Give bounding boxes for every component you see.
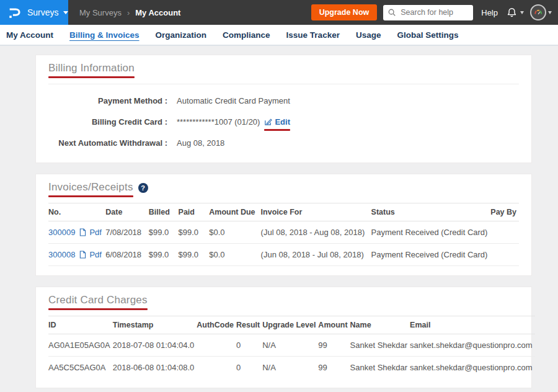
invoice-for: (Jul 08, 2018 - Aug 08, 2018) <box>261 221 371 244</box>
billing-credit-card-row: Billing Credit Card : ************1007 (… <box>48 111 519 132</box>
search-icon <box>388 8 396 17</box>
invoice-pdf-link[interactable]: Pdf <box>89 228 102 237</box>
col-authcode: AuthCode <box>197 316 236 334</box>
invoice-pay-by <box>490 244 519 266</box>
help-icon[interactable]: ? <box>138 183 148 193</box>
invoice-number-link[interactable]: 300009 <box>48 228 75 237</box>
notifications-button[interactable] <box>505 6 524 19</box>
tab-issue-tracker[interactable]: Issue Tracker <box>286 30 340 40</box>
charge-row: AA5C5C5AG0A 2018-06-08 01:04:08.0 0 N/A … <box>48 357 535 379</box>
table-header-row: No. Date Billed Paid Amount Due Invoice … <box>48 203 519 221</box>
col-email: Email <box>410 316 534 334</box>
invoice-pdf-link[interactable]: Pdf <box>89 250 102 259</box>
col-invoice-for: Invoice For <box>261 203 371 221</box>
gauge-icon <box>532 6 544 19</box>
bell-icon <box>505 6 518 19</box>
tab-compliance[interactable]: Compliance <box>223 30 270 40</box>
search-input[interactable] <box>399 7 469 17</box>
charge-authcode <box>197 357 236 379</box>
col-name: Name <box>350 316 410 334</box>
questionpro-logo-icon <box>7 5 22 20</box>
invoice-pay-by <box>490 221 519 244</box>
col-amount-due: Amount Due <box>209 203 260 221</box>
charge-row: AG0A1E05AG0A 2018-07-08 01:04:04.0 0 N/A… <box>48 334 535 357</box>
col-billed: Billed <box>149 203 179 221</box>
invoice-amount-due: $0.0 <box>209 221 260 244</box>
col-pay-by: Pay By <box>490 203 519 221</box>
invoice-status: Payment Received (Credit Card) <box>371 221 491 244</box>
invoice-paid: $99.0 <box>179 244 210 266</box>
charge-timestamp: 2018-07-08 01:04:04.0 <box>113 334 197 357</box>
help-search-box[interactable] <box>383 5 473 20</box>
field-label: Billing Credit Card : <box>48 117 167 127</box>
col-status: Status <box>371 203 491 221</box>
charge-authcode <box>197 334 236 357</box>
avatar <box>530 4 546 20</box>
col-id: ID <box>48 316 113 334</box>
invoice-billed: $99.0 <box>149 221 179 244</box>
annotation-underline <box>48 195 133 197</box>
field-label: Payment Method : <box>48 96 167 105</box>
product-switcher[interactable]: Surveys <box>0 0 68 25</box>
breadcrumb-current: My Account <box>135 8 180 17</box>
field-label: Next Automatic Withdrawal : <box>48 138 167 148</box>
tab-usage[interactable]: Usage <box>356 30 381 40</box>
charge-result: 0 <box>236 334 262 357</box>
account-menu-button[interactable] <box>530 4 552 20</box>
annotation-underline <box>48 76 135 78</box>
edit-icon <box>264 118 272 126</box>
charge-email: sanket.shekdar@questionpro.com <box>410 357 534 379</box>
charge-upgrade-level: N/A <box>262 334 318 357</box>
invoices-table: No. Date Billed Paid Amount Due Invoice … <box>48 203 519 266</box>
invoice-paid: $99.0 <box>179 221 210 244</box>
invoice-for: (Jun 08, 2018 - Jul 08, 2018) <box>261 244 371 266</box>
credit-card-charges-card: Credit Card Charges ID Timestamp AuthCod… <box>35 287 532 388</box>
charge-amount: 99 <box>318 334 350 357</box>
billing-information-card: Billing Information Payment Method : Aut… <box>35 55 532 163</box>
charge-name: Sanket Shekdar <box>350 334 410 357</box>
upgrade-now-button[interactable]: Upgrade Now <box>311 4 378 20</box>
invoice-amount-due: $0.0 <box>209 244 260 266</box>
pdf-icon <box>79 228 86 236</box>
charge-id: AA5C5C5AG0A <box>48 357 113 379</box>
section-title: Invoices/Receipts <box>48 181 133 193</box>
col-upgrade-level: Upgrade Level <box>262 316 318 334</box>
breadcrumb-separator-icon: › <box>127 8 130 17</box>
pdf-icon <box>79 251 86 259</box>
tab-billing-invoices[interactable]: Billing & Invoices <box>69 30 140 40</box>
account-nav: My Account Billing & Invoices Organizati… <box>0 25 558 46</box>
section-title: Billing Information <box>48 62 135 74</box>
charge-email: sanket.shekdar@questionpro.com <box>410 334 534 357</box>
main-content: Billing Information Payment Method : Aut… <box>0 46 558 388</box>
payment-method-row: Payment Method : Automatic Credit Card P… <box>48 90 519 111</box>
col-date: Date <box>105 203 149 221</box>
col-paid: Paid <box>179 203 210 221</box>
help-link[interactable]: Help <box>481 8 498 17</box>
col-timestamp: Timestamp <box>113 316 197 334</box>
product-name: Surveys <box>27 7 59 17</box>
breadcrumb-parent[interactable]: My Surveys <box>79 8 122 17</box>
invoices-receipts-card: Invoices/Receipts ? No. Date Billed Paid… <box>35 174 532 276</box>
charges-table: ID Timestamp AuthCode Result Upgrade Lev… <box>48 316 535 378</box>
next-withdrawal-value: Aug 08, 2018 <box>177 138 224 148</box>
invoice-date: 6/08/2018 <box>105 244 149 266</box>
invoice-number-link[interactable]: 300008 <box>48 250 75 259</box>
edit-credit-card-link[interactable]: Edit <box>275 117 290 127</box>
section-title: Credit Card Charges <box>48 294 148 306</box>
col-result: Result <box>236 316 262 334</box>
charge-upgrade-level: N/A <box>262 357 318 379</box>
tab-organization[interactable]: Organization <box>156 30 207 40</box>
invoice-status: Payment Received (Credit Card) <box>371 244 491 266</box>
col-no: No. <box>48 203 105 221</box>
charge-result: 0 <box>236 357 262 379</box>
tab-my-account[interactable]: My Account <box>6 30 53 40</box>
annotation-underline <box>48 308 148 310</box>
chevron-down-icon <box>548 11 552 14</box>
top-bar: Surveys My Surveys › My Account Upgrade … <box>0 0 558 25</box>
invoice-row: 300008 Pdf 6/08/2018 $99.0 $99.0 $0.0 <box>48 244 519 266</box>
invoice-date: 7/08/2018 <box>105 221 149 244</box>
chevron-down-icon <box>63 11 68 14</box>
charge-timestamp: 2018-06-08 01:04:08.0 <box>113 357 197 379</box>
tab-global-settings[interactable]: Global Settings <box>397 30 458 40</box>
credit-card-value: ************1007 (01/20) <box>177 117 260 127</box>
